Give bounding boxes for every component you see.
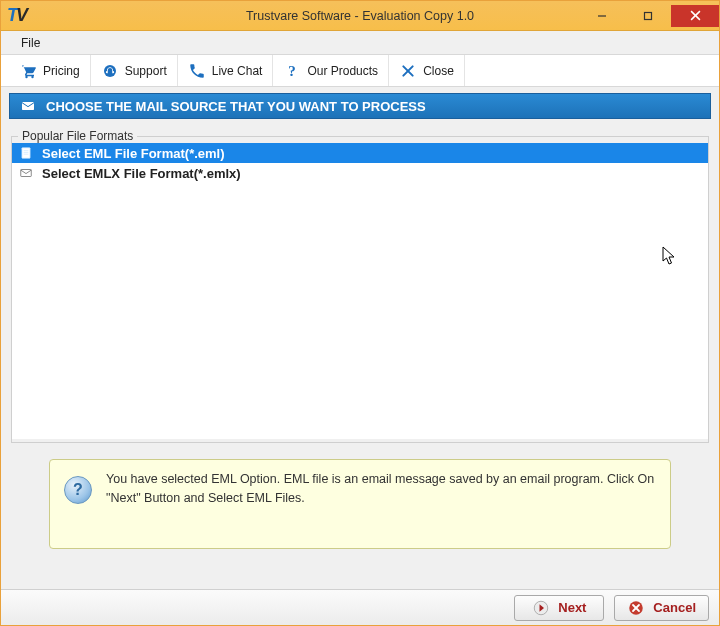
svg-rect-11 — [22, 148, 30, 159]
format-item-label: Select EMLX File Format(*.emlx) — [42, 166, 241, 181]
app-window: TV Trustvare Software - Evaluation Copy … — [0, 0, 720, 626]
minimize-button[interactable] — [579, 5, 625, 27]
headset-icon — [101, 62, 119, 80]
toolbar-ourproducts-button[interactable]: ? Our Products — [273, 55, 389, 86]
window-controls — [579, 5, 719, 27]
envelope-icon — [18, 165, 34, 181]
formats-fieldset: Popular File Formats Select EML File For… — [11, 129, 709, 443]
arrow-right-icon — [532, 599, 550, 617]
close-window-button[interactable] — [671, 5, 719, 27]
button-label: Cancel — [653, 600, 696, 615]
toolbar-label: Close — [423, 64, 454, 78]
svg-rect-10 — [22, 102, 34, 110]
formats-legend: Popular File Formats — [18, 129, 137, 143]
info-panel: ? You have selected EML Option. EML file… — [49, 459, 671, 549]
mail-icon — [20, 98, 36, 114]
svg-point-5 — [31, 75, 33, 77]
format-item-label: Select EML File Format(*.eml) — [42, 146, 225, 161]
help-icon: ? — [64, 476, 92, 504]
next-button[interactable]: Next — [514, 595, 604, 621]
formats-list[interactable]: Select EML File Format(*.eml) Select EML… — [12, 143, 708, 439]
toolbar-support-button[interactable]: Support — [91, 55, 178, 86]
toolbar-label: Our Products — [307, 64, 378, 78]
toolbar-label: Pricing — [43, 64, 80, 78]
button-label: Next — [558, 600, 586, 615]
format-item-emlx[interactable]: Select EMLX File Format(*.emlx) — [12, 163, 708, 183]
file-icon — [18, 145, 34, 161]
toolbar-pricing-button[interactable]: Pricing — [9, 55, 91, 86]
maximize-button[interactable] — [625, 5, 671, 27]
cancel-button[interactable]: Cancel — [614, 595, 709, 621]
content-area: Popular File Formats Select EML File For… — [11, 129, 709, 443]
format-item-eml[interactable]: Select EML File Format(*.eml) — [12, 143, 708, 163]
cart-icon — [19, 62, 37, 80]
question-icon: ? — [283, 62, 301, 80]
banner-text: CHOOSE THE MAIL SOURCE THAT YOU WANT TO … — [46, 99, 426, 114]
svg-rect-15 — [21, 170, 32, 177]
info-text: You have selected EML Option. EML file i… — [106, 470, 656, 508]
toolbar-livechat-button[interactable]: Live Chat — [178, 55, 274, 86]
menu-file[interactable]: File — [13, 33, 48, 53]
svg-point-4 — [25, 75, 27, 77]
toolbar-label: Support — [125, 64, 167, 78]
cancel-icon — [627, 599, 645, 617]
svg-text:?: ? — [289, 62, 297, 78]
footer-bar: Next Cancel — [1, 589, 719, 625]
toolbar-label: Live Chat — [212, 64, 263, 78]
title-bar: TV Trustvare Software - Evaluation Copy … — [1, 1, 719, 31]
toolbar-close-button[interactable]: Close — [389, 55, 465, 86]
svg-rect-1 — [645, 12, 652, 19]
phone-icon — [188, 62, 206, 80]
step-banner: CHOOSE THE MAIL SOURCE THAT YOU WANT TO … — [9, 93, 711, 119]
menu-bar: File — [1, 31, 719, 55]
app-logo-icon: TV — [7, 5, 26, 26]
x-icon — [399, 62, 417, 80]
toolbar: Pricing Support Live Chat ? Our Products… — [1, 55, 719, 87]
